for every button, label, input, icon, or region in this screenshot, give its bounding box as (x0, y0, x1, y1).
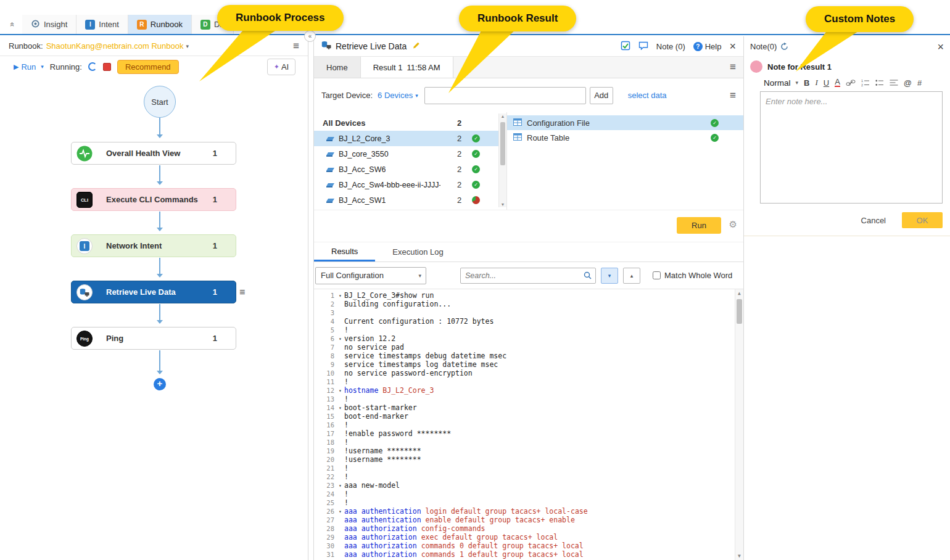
tag-icon[interactable]: # (917, 78, 922, 88)
tab-runbook[interactable]: R Runbook (128, 15, 192, 34)
scroll-down-icon[interactable]: ▼ (735, 553, 743, 559)
export-icon[interactable] (621, 41, 630, 52)
device-row[interactable]: BJ_L2_Core_32✓ (314, 131, 506, 146)
bulleted-list-icon[interactable] (875, 79, 884, 86)
flow-node-network-intent[interactable]: I Network Intent 1 (71, 234, 236, 257)
fold-icon[interactable]: ▾ (336, 483, 344, 488)
note-card-header: Note for Result 1 (744, 60, 950, 73)
devices-count-link[interactable]: 6 Devices (378, 91, 413, 100)
callout-runbook-process: Runbook Process (217, 5, 344, 31)
find-next-button[interactable]: ▾ (601, 268, 618, 284)
device-name: BJ_core_3550 (339, 150, 389, 159)
recommend-button[interactable]: Recommend (117, 60, 179, 74)
add-button[interactable]: Add (590, 87, 613, 104)
code-line: 9service timestamps log datetime msec (314, 360, 734, 369)
flow-node-overall-health-view[interactable]: Overall Health View 1 (71, 142, 236, 165)
runbook-name-link[interactable]: ShaotunKang@netbrain.com Runbook (46, 41, 184, 51)
fold-icon[interactable]: ▾ (336, 405, 344, 411)
chevron-down-icon[interactable]: ▾ (415, 93, 418, 99)
tab-insight[interactable]: Insight (22, 15, 76, 34)
add-node-button[interactable]: + (154, 378, 166, 390)
bold-button[interactable]: B (804, 78, 809, 88)
fold-icon[interactable]: ▾ (336, 388, 344, 393)
tab-home[interactable]: Home (314, 57, 361, 78)
data-icon: D (200, 20, 210, 30)
run-button[interactable]: ▶ Run ▾ (14, 62, 44, 72)
flow-node-retrieve-live-data[interactable]: Retrieve Live Data 1 (71, 281, 236, 303)
mention-icon[interactable]: @ (904, 78, 912, 88)
scroll-up-icon[interactable]: ▲ (735, 290, 743, 296)
ordered-list-icon[interactable]: 12 (861, 79, 870, 86)
configuration-dropdown[interactable]: Full Configuration ▾ (315, 267, 426, 284)
fold-icon[interactable]: ▾ (336, 509, 344, 514)
search-box (460, 268, 596, 284)
flow-node-ping[interactable]: Ping Ping 1 (71, 327, 236, 350)
gear-icon[interactable]: ⚙ (729, 219, 737, 230)
tab-result-1[interactable]: Result 1 11:58 AM (361, 57, 453, 78)
font-color-button[interactable]: A (835, 78, 840, 87)
run-result-button[interactable]: Run (677, 217, 721, 234)
tab-intent[interactable]: I Intent (76, 15, 128, 34)
search-icon[interactable] (583, 271, 593, 282)
tab-execution-log[interactable]: Execution Log (375, 242, 460, 261)
flow-connector (159, 165, 160, 184)
help-button[interactable]: ? Help (693, 42, 722, 51)
chevron-down-icon: ▾ (796, 80, 799, 86)
node-menu-icon[interactable]: ≡ (239, 287, 245, 298)
align-icon[interactable] (890, 79, 898, 86)
code-line: 31aaa authorization commands 1 default g… (314, 550, 734, 559)
chevron-down-icon[interactable]: ▾ (186, 43, 189, 49)
tab-results[interactable]: Results (314, 242, 375, 261)
scrollbar-thumb[interactable] (737, 299, 742, 324)
panel-collapse-button[interactable]: « (304, 30, 316, 42)
data-type-row-route-table[interactable]: Route Table ✓ (507, 130, 743, 145)
search-input[interactable] (461, 268, 595, 283)
feedback-icon[interactable] (638, 41, 648, 52)
underline-button[interactable]: U (824, 78, 829, 88)
code-line: 6▾version 12.2 (314, 334, 734, 343)
refresh-icon[interactable] (780, 43, 788, 51)
scroll-up-icon[interactable]: ▲ (499, 114, 506, 118)
device-row[interactable]: BJ_core_35502✓ (314, 146, 506, 162)
code-scrollbar[interactable]: ▲ ▼ (735, 289, 743, 560)
scroll-down-icon[interactable]: ▼ (499, 202, 506, 207)
link-icon[interactable] (846, 79, 856, 87)
flow-connector (159, 118, 160, 138)
flow-start-node[interactable]: Start (144, 86, 176, 118)
ok-button[interactable]: OK (902, 212, 943, 228)
device-row[interactable]: BJ_Acc_SW12 (314, 192, 506, 208)
select-data-link[interactable]: select data (628, 91, 667, 100)
format-dropdown[interactable]: Normal ▾ (764, 78, 798, 88)
line-number: 26 (314, 508, 336, 515)
match-whole-word-checkbox[interactable] (653, 271, 661, 279)
fold-icon[interactable]: ▾ (336, 293, 344, 299)
edit-pencil-icon[interactable] (412, 41, 420, 51)
flow-node-label: Network Intent (106, 241, 162, 250)
ai-button[interactable]: ✦ AI (267, 59, 295, 75)
scrollbar-thumb[interactable] (500, 122, 505, 165)
fold-icon[interactable]: ▾ (336, 336, 344, 342)
runbook-menu-icon[interactable]: ≡ (293, 40, 299, 52)
device-row[interactable]: BJ_Acc_Sw4-bbb-eee-ii-JJJJ-Il1-N...2✓ (314, 177, 506, 192)
italic-button[interactable]: I (815, 78, 817, 88)
device-count: 2 (457, 165, 461, 174)
stop-button[interactable] (103, 63, 111, 71)
target-menu-icon[interactable]: ≡ (730, 89, 736, 102)
device-list-scrollbar[interactable]: ▲ ▼ (498, 113, 506, 207)
note-editor[interactable]: Enter note here... (760, 91, 943, 204)
note-count-button[interactable]: Note (0) (656, 42, 685, 51)
code-text: Building configuration... (344, 300, 451, 308)
close-icon[interactable]: × (937, 43, 944, 51)
line-number: 25 (314, 499, 336, 506)
code-line: 22! (314, 472, 734, 481)
close-icon[interactable]: × (729, 42, 736, 51)
device-row[interactable]: BJ_Acc_SW62✓ (314, 162, 506, 177)
find-previous-button[interactable]: ▴ (623, 268, 640, 284)
collapse-up-icon[interactable]: « (4, 15, 22, 34)
tab-menu-icon[interactable]: ≡ (730, 61, 736, 73)
cancel-button[interactable]: Cancel (861, 216, 886, 225)
flow-node-execute-cli-commands[interactable]: CLI Execute CLI Commands 1 (71, 188, 236, 211)
data-type-row-configuration-file[interactable]: Configuration File ✓ (507, 115, 743, 130)
code-line: 17!enable password ******** (314, 429, 734, 438)
target-device-input[interactable] (424, 87, 586, 104)
